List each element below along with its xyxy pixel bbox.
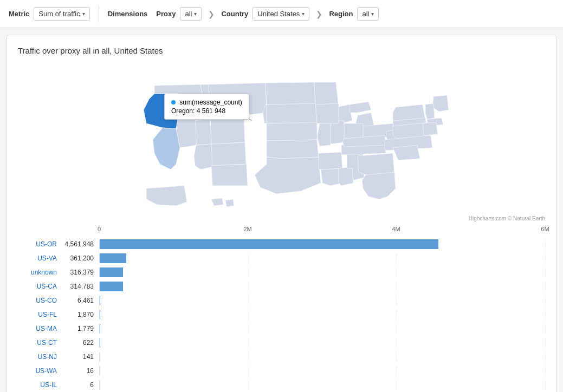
table-row: US-OR 4,561,948: [18, 238, 545, 251]
x-axis-label-2m: 2M: [243, 226, 251, 232]
region-dropdown[interactable]: all ▾: [357, 7, 379, 21]
bar-label[interactable]: US-NJ: [18, 353, 61, 361]
bar-label[interactable]: unknown: [18, 269, 61, 276]
bar-rows: US-OR 4,561,948 US-VA 361,200 unknown 31…: [18, 238, 545, 392]
x-axis-label-6m: 6M: [541, 226, 549, 232]
main-content: Traffic over proxy all in all, United St…: [7, 35, 556, 392]
bar-container: [99, 380, 545, 390]
table-row: US-NJ 141: [18, 350, 545, 363]
country-label: Country: [221, 10, 248, 18]
bar-value: 16: [61, 367, 99, 375]
table-row: US-FL 1,870: [18, 308, 545, 321]
bar-value: 316,379: [61, 269, 99, 276]
bar-label[interactable]: US-IL: [18, 381, 61, 389]
bar-container: [99, 324, 545, 334]
metric-dropdown-arrow: ▾: [82, 11, 85, 17]
bar-value: 1,870: [61, 311, 99, 318]
bar-fill: [100, 239, 438, 249]
region-dropdown-arrow: ▾: [371, 11, 374, 17]
chart-title: Traffic over proxy all in all, United St…: [18, 46, 545, 55]
bar-container: [99, 366, 545, 376]
proxy-value: all: [185, 10, 192, 18]
california-state[interactable]: [153, 128, 180, 169]
highcharts-credit: Highcharts.com © Natural Earth: [18, 215, 545, 221]
bar-label[interactable]: US-MA: [18, 325, 61, 332]
header-separator: [99, 6, 99, 22]
table-row: US-CA 314,783: [18, 280, 545, 293]
table-row: unknown 316,379: [18, 266, 545, 279]
bar-value: 361,200: [61, 254, 99, 262]
bar-value: 6: [61, 381, 99, 389]
table-row: US-MA 1,779: [18, 322, 545, 335]
proxy-dropdown[interactable]: all ▾: [180, 7, 202, 21]
x-axis-label-0: 0: [98, 226, 101, 232]
metric-dropdown[interactable]: Sum of traffic ▾: [34, 7, 89, 21]
bar-label[interactable]: US-CT: [18, 339, 61, 347]
bar-value: 141: [61, 353, 99, 361]
us-map: [92, 69, 471, 210]
bar-fill: [100, 253, 126, 263]
proxy-label: Proxy: [156, 10, 176, 18]
dimensions-label: Dimensions: [108, 10, 148, 18]
metric-value: Sum of traffic: [38, 10, 80, 18]
map-container: sum(message_count) Oregon: 4 561 948: [18, 64, 545, 215]
country-dropdown[interactable]: United States ▾: [253, 7, 309, 21]
bar-label[interactable]: US-WA: [18, 367, 61, 375]
bar-value: 622: [61, 339, 99, 347]
bar-fill: [100, 282, 123, 291]
bar-container: [99, 352, 545, 362]
bar-container: [99, 338, 545, 348]
bar-value: 1,779: [61, 325, 99, 332]
x-axis-label-4m: 4M: [392, 226, 400, 232]
bar-container: [99, 282, 545, 291]
bar-fill: [100, 267, 123, 277]
bar-container: [99, 253, 545, 263]
metric-label: Metric: [9, 10, 29, 18]
table-row: US-CO 6,461: [18, 294, 545, 307]
bar-fill: [100, 296, 100, 305]
bar-container: [99, 310, 545, 319]
chevron-country-icon: ❯: [208, 10, 215, 18]
bar-value: 6,461: [61, 297, 99, 304]
table-row: US-IL 6: [18, 378, 545, 391]
bar-label[interactable]: US-VA: [18, 254, 61, 262]
bar-container: [99, 267, 545, 277]
table-row: US-WA 16: [18, 364, 545, 377]
oregon-state[interactable]: [144, 94, 180, 129]
bar-value: 314,783: [61, 283, 99, 290]
country-value: United States: [257, 10, 300, 18]
region-value: all: [362, 10, 369, 18]
region-label: Region: [329, 10, 353, 18]
bar-container: [99, 296, 545, 305]
table-row: US-CT 622: [18, 336, 545, 349]
header-bar: Metric Sum of traffic ▾ Dimensions Proxy…: [0, 0, 563, 28]
country-dropdown-arrow: ▾: [302, 11, 305, 17]
table-row: US-VA 361,200: [18, 252, 545, 265]
bar-container: [99, 239, 545, 249]
chevron-region-icon: ❯: [316, 10, 322, 18]
bar-label[interactable]: US-OR: [18, 240, 61, 248]
bar-value: 4,561,948: [61, 240, 99, 248]
bar-label[interactable]: US-FL: [18, 311, 61, 318]
bar-label[interactable]: US-CA: [18, 283, 61, 290]
bar-chart-section: 0 2M 4M 6M US-OR 4,561,948 US-VA 361,200: [18, 226, 545, 392]
bar-label[interactable]: US-CO: [18, 297, 61, 304]
proxy-dropdown-arrow: ▾: [194, 11, 197, 17]
